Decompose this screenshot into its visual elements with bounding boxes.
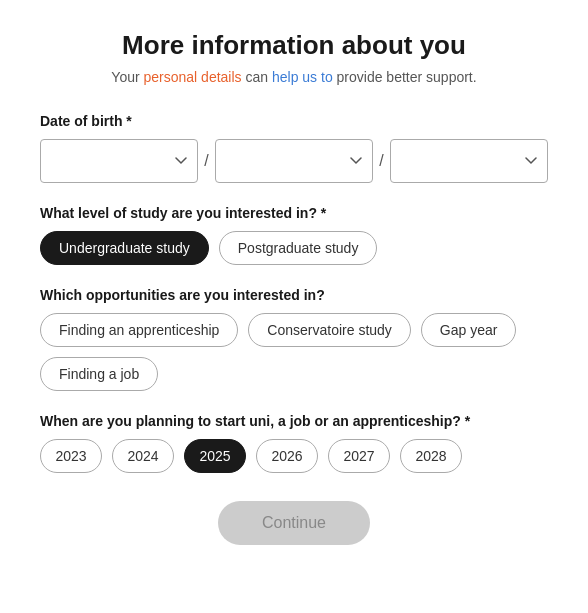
start-year-section: When are you planning to start uni, a jo… (40, 413, 548, 473)
dob-section: Date of birth * / / (40, 113, 548, 183)
subtitle-help: help us to (272, 69, 333, 85)
opportunities-label: Which opportunities are you interested i… (40, 287, 548, 303)
pill-2024[interactable]: 2024 (112, 439, 174, 473)
pill-2025[interactable]: 2025 (184, 439, 246, 473)
subtitle-after: provide better support. (333, 69, 477, 85)
pill-undergraduate[interactable]: Undergraduate study (40, 231, 209, 265)
study-level-group: Undergraduate study Postgraduate study (40, 231, 548, 265)
pill-postgraduate[interactable]: Postgraduate study (219, 231, 378, 265)
page-container: More information about you Your personal… (0, 0, 588, 575)
pill-apprenticeship[interactable]: Finding an apprenticeship (40, 313, 238, 347)
continue-btn-wrap: Continue (40, 501, 548, 545)
subtitle-personal: personal details (144, 69, 242, 85)
dob-row: / / (40, 139, 548, 183)
opportunities-section: Which opportunities are you interested i… (40, 287, 548, 391)
pill-gap-year[interactable]: Gap year (421, 313, 517, 347)
continue-button[interactable]: Continue (218, 501, 370, 545)
start-year-group: 2023 2024 2025 2026 2027 2028 (40, 439, 548, 473)
opportunities-group: Finding an apprenticeship Conservatoire … (40, 313, 548, 391)
page-title: More information about you (40, 30, 548, 61)
pill-conservatoire[interactable]: Conservatoire study (248, 313, 411, 347)
pill-job[interactable]: Finding a job (40, 357, 158, 391)
subtitle-before: Your (111, 69, 143, 85)
pill-2026[interactable]: 2026 (256, 439, 318, 473)
subtitle-middle: can (242, 69, 272, 85)
subtitle: Your personal details can help us to pro… (40, 69, 548, 85)
start-year-label: When are you planning to start uni, a jo… (40, 413, 548, 429)
pill-2028[interactable]: 2028 (400, 439, 462, 473)
study-level-label: What level of study are you interested i… (40, 205, 548, 221)
dob-separator-2: / (373, 152, 389, 170)
dob-month-select[interactable] (215, 139, 373, 183)
dob-year-select[interactable] (390, 139, 548, 183)
pill-2027[interactable]: 2027 (328, 439, 390, 473)
study-level-section: What level of study are you interested i… (40, 205, 548, 265)
dob-separator-1: / (198, 152, 214, 170)
pill-2023[interactable]: 2023 (40, 439, 102, 473)
dob-day-select[interactable] (40, 139, 198, 183)
dob-label: Date of birth * (40, 113, 548, 129)
